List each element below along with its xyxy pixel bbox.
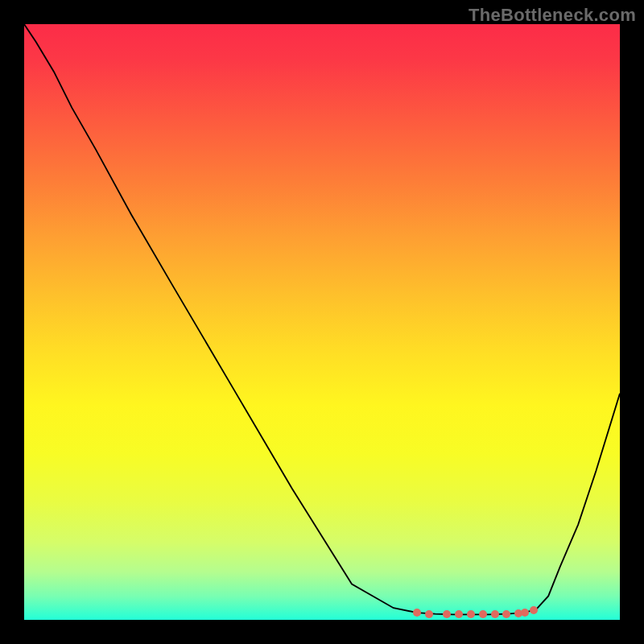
watermark-text: TheBottleneck.com [469, 5, 636, 26]
marker-dot [479, 610, 487, 618]
marker-dot [425, 610, 433, 618]
marker-dot [443, 610, 451, 618]
marker-dot [467, 610, 475, 618]
chart-area [24, 24, 620, 620]
marker-dot [530, 606, 538, 614]
marker-dots [24, 24, 620, 620]
marker-dot [455, 610, 463, 618]
marker-dot [502, 610, 510, 618]
marker-dot [521, 609, 529, 617]
marker-dot [413, 609, 421, 617]
marker-dot [491, 610, 499, 618]
